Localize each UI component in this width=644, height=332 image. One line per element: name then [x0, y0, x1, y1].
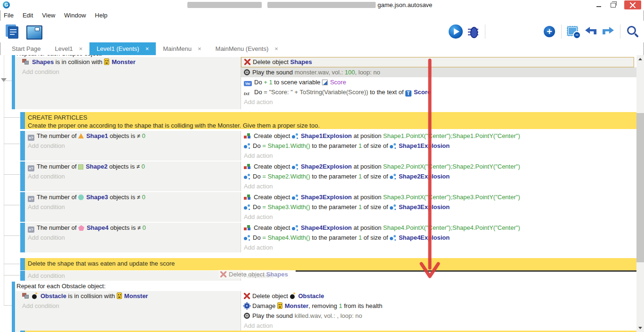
add-condition-button[interactable]: Add condition — [25, 202, 241, 212]
minimize-button[interactable] — [592, 0, 605, 9]
text-segment: 100 — [345, 69, 355, 76]
action-row[interactable]: Do + 1 to scene variable Score — [241, 77, 636, 87]
add-condition-button[interactable]: Add condition — [16, 67, 241, 77]
text-segment: Add condition — [28, 203, 65, 211]
action-row[interactable]: Create object Shape2Explosion at positio… — [241, 162, 636, 171]
text-segment: Shape2.PointX("Center");Shape2.PointY("C… — [383, 163, 520, 170]
tab-close-icon[interactable]: × — [145, 45, 149, 52]
add-condition-button[interactable]: Add condition — [25, 271, 241, 281]
tab-mainmenu[interactable]: MainMenu× — [156, 42, 208, 55]
add-action-button[interactable]: Add action — [241, 243, 636, 252]
event-group-bar[interactable] — [12, 282, 15, 332]
tab-close-icon[interactable]: × — [198, 45, 201, 52]
vertical-scrollbar[interactable] — [636, 55, 644, 332]
repeat-event-header[interactable]: Repeat for each Obstacle object: — [16, 282, 629, 291]
action-row[interactable]: Delete object Shapes — [241, 57, 634, 67]
scene-window-icon[interactable] — [25, 24, 42, 39]
scroll-up-arrow[interactable] — [636, 55, 644, 63]
action-row[interactable]: Do = Shape4.Width() to the parameter 1 o… — [241, 233, 636, 243]
delete-icon — [220, 271, 226, 277]
action-row[interactable]: Create object Shape4Explosion at positio… — [241, 223, 636, 233]
event-group-bar[interactable] — [20, 258, 25, 270]
add-plus-icon[interactable] — [542, 24, 556, 39]
menu-help[interactable]: Help — [95, 10, 113, 21]
action-row[interactable]: Play the sound killed.wav, vol.: , loop:… — [241, 311, 636, 321]
action-row[interactable]: Damage Monster, removing 1 from its heal… — [241, 301, 636, 311]
action-row[interactable]: Do = "Score: " + ToString(Variable(Score… — [241, 87, 636, 97]
text-segment: = Shape4.Width() — [262, 234, 310, 241]
event-group-bar[interactable] — [20, 223, 25, 252]
add-action-button[interactable]: Add action — [241, 151, 636, 161]
tab-level1[interactable]: Level1× — [48, 42, 89, 55]
condition-row[interactable]: Obstacle is in collision with Monster — [16, 291, 241, 301]
remove-event-icon[interactable] — [566, 24, 580, 39]
add-condition-button[interactable]: Add condition — [25, 171, 241, 181]
action-row[interactable]: Create object Shape3Explosion at positio… — [241, 192, 636, 202]
menu-file[interactable]: File — [4, 10, 19, 21]
text-segment: = Shape2.Width() — [262, 173, 310, 180]
text-segment: 1 — [358, 173, 362, 180]
text-segment: Shape4Explosion — [399, 234, 450, 241]
add-condition-button[interactable]: Add condition — [16, 301, 241, 311]
menu-window[interactable]: Window — [64, 10, 91, 21]
add-action-button[interactable]: Add action — [241, 97, 636, 107]
add-condition-button[interactable]: Add condition — [25, 233, 241, 243]
add-subevent-icon[interactable] — [507, 24, 522, 39]
action-row[interactable]: Delete object Obstacle — [241, 291, 636, 301]
undo-icon[interactable] — [584, 24, 598, 39]
add-action-button[interactable]: Add action — [241, 321, 636, 331]
condition-row[interactable]: Shapes is in collision with Monster — [16, 57, 241, 67]
play-icon[interactable] — [449, 24, 463, 39]
add-comment-icon[interactable] — [525, 24, 539, 39]
menu-edit[interactable]: Edit — [23, 10, 38, 21]
event-group-bar[interactable] — [20, 162, 25, 191]
event-group-bar[interactable] — [20, 112, 25, 129]
tab-mainmenu-events-[interactable]: MainMenu (Events)× — [209, 42, 285, 55]
action-row[interactable]: Play the sound monster.wav, vol.: 100, l… — [241, 67, 636, 77]
scrollbar-thumb[interactable] — [636, 113, 644, 262]
add-action-button[interactable]: Add action — [241, 212, 636, 222]
redo-icon[interactable] — [601, 24, 615, 39]
add-condition-button[interactable]: Add condition — [25, 141, 241, 151]
maximize-button[interactable] — [606, 0, 620, 9]
close-button[interactable] — [624, 0, 641, 9]
scene-variable-icon — [322, 80, 328, 85]
tab-start-page[interactable]: Start Page — [5, 42, 48, 55]
condition-row[interactable]: The number of Shape4 objects is ≠ 0 — [25, 223, 241, 233]
tab-close-icon[interactable]: × — [79, 45, 83, 52]
count-icon — [28, 196, 34, 202]
comment-block[interactable]: Delete the shape that was eaten and upda… — [25, 258, 636, 270]
particles-icon — [292, 225, 298, 231]
condition-row[interactable]: The number of Shape2 objects is ≠ 0 — [25, 162, 241, 171]
text-segment: The number of — [37, 132, 78, 139]
add-event-icon[interactable] — [490, 24, 504, 39]
open-editors-icon[interactable] — [5, 24, 21, 40]
text-segment: Add action — [244, 183, 273, 190]
action-row[interactable]: Do = Shape1.Width() to the parameter 1 o… — [241, 141, 636, 151]
event-group-bar[interactable] — [20, 131, 25, 161]
toolbar-separator — [620, 24, 620, 39]
condition-row[interactable]: The number of Shape1 objects is ≠ 0 — [25, 131, 241, 141]
menu-view[interactable]: View — [42, 10, 60, 21]
tab-level1-events-[interactable]: Level1 (Events)× — [89, 42, 156, 55]
debug-icon[interactable] — [466, 24, 480, 39]
event-group-bar[interactable] — [12, 55, 15, 109]
add-action-button[interactable]: Add action — [241, 181, 636, 191]
scroll-down-arrow[interactable] — [636, 324, 644, 332]
action-row[interactable]: Create object Shape1Explosion at positio… — [241, 131, 636, 141]
action-row[interactable]: Do = Shape2.Width() to the parameter 1 o… — [241, 171, 636, 181]
action-row[interactable]: Do = Shape3.Width() to the parameter 1 o… — [241, 202, 636, 212]
condition-row[interactable]: The number of Shape3 objects is ≠ 0 — [25, 192, 241, 202]
text-segment: at position — [352, 224, 383, 231]
collapse-arrow-icon[interactable] — [1, 78, 7, 82]
event-group-bar[interactable] — [20, 271, 25, 281]
add-action-button[interactable]: Add action — [241, 271, 636, 281]
text-segment: 1 — [358, 142, 362, 149]
search-icon[interactable] — [625, 24, 639, 39]
tab-close-icon[interactable]: × — [274, 45, 278, 52]
particles-icon — [244, 173, 250, 179]
particles-icon — [244, 204, 250, 210]
event-group-bar[interactable] — [20, 192, 25, 222]
comment-block[interactable]: CREATE PARTICLESCreate the proper one ac… — [25, 112, 636, 129]
text-segment: objects is ≠ — [107, 163, 141, 170]
